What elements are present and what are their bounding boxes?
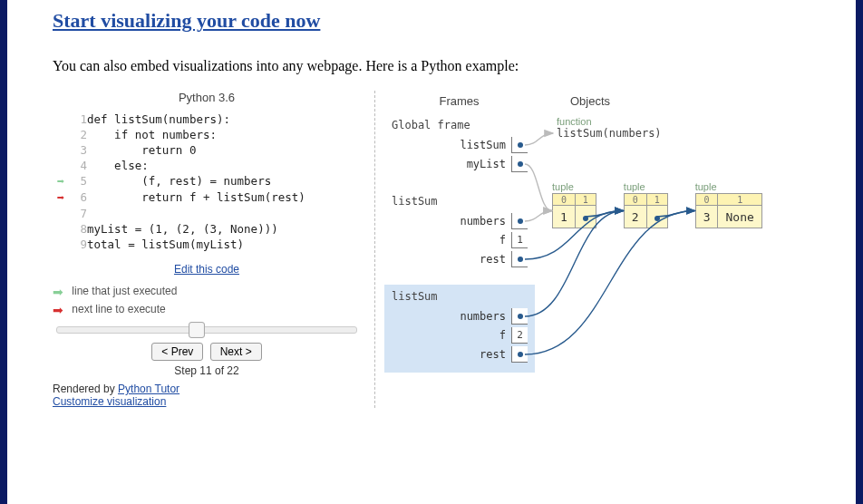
variable-slot: 2 [511, 327, 528, 344]
code-line: total = listSum(myList) [87, 237, 361, 252]
variable-row: rest [392, 251, 528, 267]
line-number: 7 [69, 206, 87, 221]
function-object: function listSum(numbers) [557, 116, 662, 140]
tuple-objects: tuple011tuple012tuple013None [552, 181, 762, 228]
code-line: return 0 [87, 142, 361, 158]
code-line: def listSum(numbers): [87, 111, 361, 127]
variable-name: listSum [460, 139, 506, 151]
tuple-object: tuple011 [552, 181, 596, 228]
variable-slot [511, 156, 528, 172]
variable-name: myList [467, 158, 506, 170]
frames-header: Frames [384, 94, 534, 108]
prev-arrow-icon: ➡ [53, 285, 69, 299]
variable-name: numbers [460, 310, 506, 323]
code-line [87, 206, 361, 221]
code-line: myList = (1, (2, (3, None))) [87, 221, 361, 237]
variable-name: rest [480, 253, 506, 266]
stack-frame: listSumnumbersf2rest [384, 285, 535, 373]
line-number: 5 [69, 173, 87, 189]
tuple-type-label: tuple [552, 181, 596, 192]
line-number: 3 [69, 142, 87, 158]
prev-button[interactable]: < Prev [151, 343, 203, 361]
code-line: else: [87, 158, 361, 173]
code-line: if not numbers: [87, 127, 361, 142]
variable-slot [511, 251, 528, 267]
tuple-object: tuple013None [695, 181, 762, 228]
next-button[interactable]: Next > [210, 343, 262, 361]
frames-column: Global framelistSummyListlistSumnumbersf… [384, 113, 810, 373]
line-number: 4 [69, 158, 87, 173]
line-number: 1 [69, 111, 87, 127]
tuple-index: 0 [624, 194, 646, 206]
tuple-type-label: tuple [695, 181, 762, 192]
frame-title: listSum [392, 290, 528, 303]
function-text: listSum(numbers) [557, 127, 662, 140]
heap-pane: Frames Objects Global framelistSummyList… [375, 91, 810, 408]
variable-row: listSum [392, 137, 528, 153]
tuple-index: 0 [695, 194, 718, 206]
tuple-value-cell: None [718, 206, 761, 228]
variable-name: numbers [460, 215, 506, 228]
code-line: return f + listSum(rest) [87, 189, 361, 206]
objects-header: Objects [534, 94, 810, 108]
variable-row: rest [392, 346, 528, 363]
rendered-by: Rendered by Python Tutor [53, 383, 361, 395]
step-label: Step 11 of 22 [53, 364, 361, 377]
tuple-index: 1 [718, 194, 761, 206]
prev-exec-arrow-icon: ➡ [57, 174, 64, 189]
tuple-value-cell [575, 206, 596, 228]
language-title: Python 3.6 [53, 91, 361, 104]
legend-prev-text: line that just executed [72, 285, 177, 297]
next-exec-arrow-icon: ➡ [57, 190, 64, 205]
variable-slot [511, 213, 528, 229]
tuple-value-cell: 2 [624, 206, 646, 228]
tuple-index: 1 [575, 194, 596, 206]
variable-name: f [499, 234, 506, 247]
step-slider[interactable] [56, 326, 357, 334]
variable-slot [511, 308, 528, 325]
tuple-value-cell [646, 206, 667, 228]
slider-thumb[interactable] [189, 322, 205, 338]
global-frame: Global framelistSummyList [384, 113, 535, 182]
code-pane: Python 3.6 1def listSum(numbers):2 if no… [53, 91, 375, 408]
customize-link[interactable]: Customize visualization [53, 395, 166, 408]
intro-text: You can also embed visualizations into a… [53, 58, 810, 74]
tuple-index: 0 [553, 194, 576, 206]
frame-title: listSum [392, 195, 528, 208]
tuple-index: 1 [646, 194, 667, 206]
tuple-type-label: tuple [624, 181, 668, 192]
variable-slot [511, 137, 528, 153]
variable-row: f2 [392, 327, 528, 344]
legend-prev: ➡ line that just executed [53, 285, 361, 299]
stack-frame: listSumnumbersf1rest [384, 189, 535, 277]
line-number: 9 [69, 237, 87, 252]
variable-row: myList [392, 156, 528, 172]
line-number: 2 [69, 127, 87, 142]
start-visualizing-link[interactable]: Start visualizing your code now [53, 0, 320, 33]
variable-row: f1 [392, 232, 528, 248]
tuple-value-cell: 3 [695, 206, 718, 228]
variable-name: rest [480, 348, 506, 361]
legend-next-text: next line to execute [72, 303, 165, 315]
variable-row: numbers [392, 213, 528, 229]
rendered-prefix: Rendered by [53, 383, 118, 395]
next-arrow-icon: ➡ [53, 303, 69, 317]
line-number: 8 [69, 221, 87, 237]
python-tutor-link[interactable]: Python Tutor [118, 383, 179, 395]
legend-next: ➡ next line to execute [53, 303, 361, 317]
variable-name: f [499, 329, 506, 342]
line-number: 6 [69, 189, 87, 206]
variable-slot [511, 346, 528, 363]
tuple-object: tuple012 [624, 181, 668, 228]
tuple-value-cell: 1 [553, 206, 576, 228]
visualizer: Python 3.6 1def listSum(numbers):2 if no… [53, 91, 810, 408]
edit-code-link[interactable]: Edit this code [174, 263, 239, 276]
frame-title: Global frame [392, 119, 528, 131]
variable-slot: 1 [511, 232, 528, 248]
function-type-label: function [557, 116, 662, 127]
variable-row: numbers [392, 308, 528, 325]
code-listing: 1def listSum(numbers):2 if not numbers:3… [53, 111, 361, 252]
code-line: (f, rest) = numbers [87, 173, 361, 189]
